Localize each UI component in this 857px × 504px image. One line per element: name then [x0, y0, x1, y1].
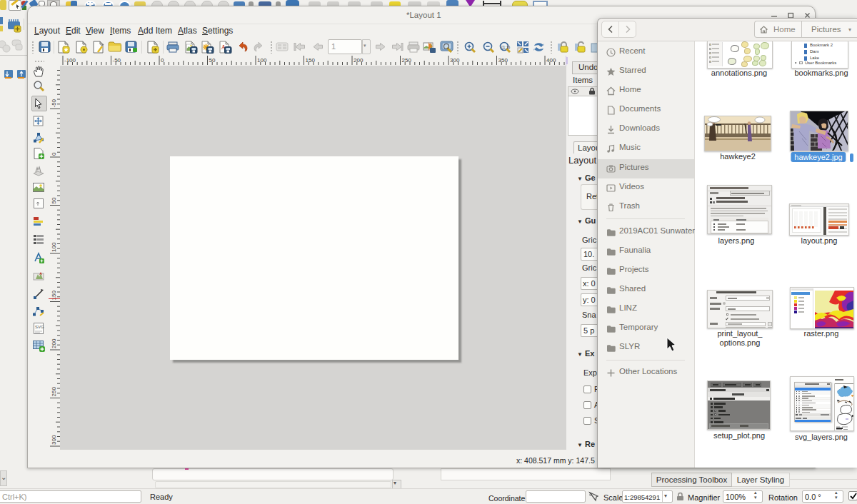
svg-text:(1:1): (1:1)	[501, 45, 510, 49]
svg-text:100: 100	[51, 242, 57, 252]
svg-text:SVG: SVG	[35, 325, 44, 329]
svg-text:200: 200	[51, 338, 57, 348]
svg-text:50: 50	[51, 197, 57, 203]
svg-text:-100: -100	[64, 57, 76, 64]
svg-text:0: 0	[161, 57, 164, 64]
svg-text:-50: -50	[51, 99, 57, 107]
svg-text:0: 0	[51, 152, 57, 156]
svg-text:250: 250	[51, 387, 57, 397]
svg-text:300: 300	[51, 435, 57, 445]
svg-text:-50: -50	[113, 57, 121, 64]
